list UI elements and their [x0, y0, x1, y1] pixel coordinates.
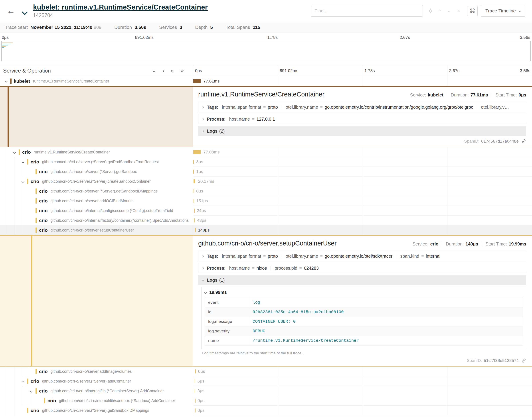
divider: [270, 266, 271, 270]
span-timeline-cell: 0μs: [193, 396, 532, 405]
tag-key: otel.library.name: [286, 105, 318, 110]
span-id-value: 51cf7f38e5128574: [484, 358, 519, 363]
span-row[interactable]: criogithub.com/cri-o/cri-o/server.(*Serv…: [0, 177, 532, 186]
span-name-column: criogithub.com/cri-o/cri-o/server.addOCI…: [0, 196, 193, 206]
indent-guide: [19, 167, 27, 177]
copy-link-icon[interactable]: [521, 139, 526, 144]
locate-span-icon[interactable]: [426, 7, 435, 15]
prev-result-icon[interactable]: [436, 7, 444, 15]
meta-value: 0μs: [519, 92, 526, 98]
service-name: crio: [39, 169, 48, 174]
log-fields-table: eventlogid92b82381-025c-4a64-815c-ba2e1b…: [205, 298, 523, 345]
operation-name: github.com/cri-o/cri-o/server.(*Server).…: [42, 408, 149, 413]
stat-services: Services3: [159, 25, 182, 30]
span-row[interactable]: criogithub.com/cri-o/cri-o/server.(*Serv…: [0, 405, 532, 415]
span-row[interactable]: criogithub.com/cri-o/cri-o/server.(*Serv…: [0, 167, 532, 177]
logs-accordion[interactable]: Logs (2): [198, 126, 526, 136]
minimap-span-mark: [2, 45, 8, 45]
trace-view-selector-label: Trace Timeline: [485, 8, 516, 14]
span-duration-label: 43μs: [197, 218, 206, 223]
divider: [477, 105, 477, 109]
span-duration-bar: [194, 218, 195, 223]
span-row[interactable]: criogithub.com/cri-o/cri-o/internal/conf…: [0, 206, 532, 216]
collapse-trace-header-chevron[interactable]: [23, 10, 27, 15]
timeline-tick: 3.56s: [520, 68, 530, 73]
logs-accordion[interactable]: Logs (1): [198, 275, 526, 285]
span-duration-bar: [194, 199, 194, 203]
next-result-icon[interactable]: [445, 7, 454, 15]
span-name-column: criogithub.com/cri-o/cri-o/internal/conf…: [0, 206, 193, 216]
minimap-tick-labels: 0μs 891.02ms 1.78s 2.67s 3.56s: [1, 34, 531, 41]
expand-chevron[interactable]: [19, 180, 27, 182]
span-row[interactable]: criogithub.com/cri-o/cri-o/server.addIma…: [0, 367, 532, 376]
span-row[interactable]: criogithub.com/cri-o/cri-o/internal/lib/…: [0, 396, 532, 405]
process-accordion[interactable]: Process: host.name=127.0.0.1: [198, 114, 526, 124]
operation-name: github.com/cri-o/cri-o/internal/lib/sand…: [59, 399, 175, 403]
span-row[interactable]: criogithub.com/cri-o/cri-o/internal/fact…: [0, 216, 532, 225]
span-name-column: criogithub.com/cri-o/cri-o/server.(*Serv…: [0, 177, 193, 186]
find-controls: ×: [426, 7, 463, 15]
tag-value: go.opentelemetry.io/contrib/instrumentat…: [325, 105, 473, 110]
timeline-tick: 2.67s: [449, 68, 459, 73]
indent-guide: [10, 225, 19, 235]
clear-search-icon[interactable]: ×: [454, 7, 463, 15]
span-name-column: criogithub.com/cri-o/cri-o/internal/lib.…: [0, 386, 193, 396]
span-row[interactable]: kubeletruntime.v1.RuntimeService/CreateC…: [0, 76, 532, 86]
indent-guide: [19, 367, 27, 376]
tag-value: internal: [426, 254, 440, 259]
chevron-down-icon: [30, 390, 33, 392]
service-color-bar: [27, 378, 28, 384]
copy-link-icon[interactable]: [521, 358, 526, 363]
expand-chevron[interactable]: [2, 80, 10, 82]
span-row[interactable]: criogithub.com/cri-o/cri-o/server.setupC…: [0, 225, 532, 235]
span-row[interactable]: criogithub.com/cri-o/cri-o/server.addOCI…: [0, 196, 532, 206]
operation-name: github.com/cri-o/cri-o/server.addOCIBind…: [51, 199, 133, 203]
tags-accordion[interactable]: Tags: internal.span.format=protootel.lib…: [198, 251, 526, 261]
span-row[interactable]: criogithub.com/cri-o/cri-o/server.(*Serv…: [0, 376, 532, 386]
tags-accordion[interactable]: Tags: internal.span.format=protootel.lib…: [198, 102, 526, 112]
trace-title-link[interactable]: kubelet: runtime.v1.RuntimeService/Creat…: [33, 3, 208, 11]
stat-label: Services: [159, 25, 177, 30]
span-duration-bar: [193, 170, 194, 174]
minimap-span-mark: [2, 47, 4, 48]
meta-label: Service:: [410, 92, 426, 98]
span-timeline-cell: 3μs: [193, 386, 532, 396]
indent-guide: [10, 405, 19, 415]
expand-chevron[interactable]: [10, 151, 19, 153]
back-arrow-icon[interactable]: ←: [7, 7, 15, 15]
minimap-tick: 891.02ms: [135, 35, 153, 40]
span-id-value: 0174567d17a0448e: [481, 139, 519, 144]
process-accordion[interactable]: Process: host.name=nixosprocess.pid=6242…: [198, 263, 526, 273]
expand-one-level-button[interactable]: [161, 69, 165, 73]
tag-key: internal.span.format: [222, 105, 261, 110]
log-entry-toggle[interactable]: 19.99ms: [202, 287, 526, 298]
keyboard-shortcuts-button[interactable]: ⌘: [467, 6, 478, 16]
collapse-all-button[interactable]: [170, 68, 174, 73]
find-input[interactable]: [314, 8, 419, 14]
meta-value: crio: [430, 241, 438, 247]
tag-list: internal.span.format=protootel.library.n…: [222, 105, 509, 110]
span-tree-accent-line: [8, 87, 9, 147]
expand-chevron[interactable]: [27, 390, 35, 392]
log-field-key: log.message: [205, 317, 249, 326]
stat-value: 5: [210, 25, 213, 30]
service-color-bar: [35, 189, 37, 194]
span-row[interactable]: criogithub.com/cri-o/cri-o/internal/lib.…: [0, 386, 532, 396]
span-duration-label: 0μs: [198, 398, 204, 403]
collapse-one-level-button[interactable]: [152, 69, 156, 73]
indent-guide: [10, 157, 19, 167]
span-row[interactable]: criogithub.com/cri-o/cri-o/server.(*Serv…: [0, 157, 532, 167]
span-name-column: criogithub.com/cri-o/cri-o/internal/lib/…: [0, 396, 193, 405]
span-row[interactable]: crioruntime.v1.RuntimeService/CreateCont…: [0, 147, 532, 157]
expand-chevron[interactable]: [19, 380, 27, 382]
trace-view-selector[interactable]: Trace Timeline: [481, 5, 525, 17]
minimap-tick: 1.78s: [267, 35, 278, 40]
span-row[interactable]: criogithub.com/cri-o/cri-o/server.(*Serv…: [0, 186, 532, 196]
span-duration-bar: [195, 369, 196, 374]
trace-stats-bar: Trace StartNovember 15 2022, 11:19:40.80…: [0, 22, 532, 33]
expand-all-button[interactable]: [179, 69, 184, 73]
minimap-canvas[interactable]: [1, 41, 531, 61]
service-color-bar: [19, 150, 20, 155]
expand-chevron[interactable]: [19, 161, 27, 163]
stat-value: 3.56s: [135, 25, 146, 30]
